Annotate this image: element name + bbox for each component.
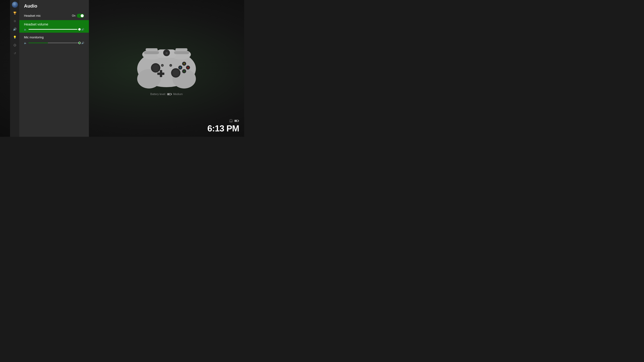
headset-mic-toggle-label: On [72, 14, 76, 17]
mic-monitoring-track[interactable] [28, 42, 80, 43]
controller-image: ⊙ Y X B A ⊟ [135, 41, 198, 90]
headset-status-icon: 🎧 [229, 119, 233, 123]
status-bar: 🎧 6:13 PM [207, 119, 239, 133]
svg-point-11 [172, 69, 179, 76]
battery-fill [168, 94, 170, 95]
svg-rect-26 [144, 51, 159, 54]
svg-text:⊙: ⊙ [166, 52, 168, 54]
svg-text:A: A [184, 70, 185, 72]
headset-volume-fill [28, 29, 77, 30]
headset-volume-slider-container: 🔈 🔊 [24, 28, 84, 31]
mic-monitoring-row[interactable]: Mic monitoring 🔈 🔊 [19, 33, 89, 46]
clock-display: 6:13 PM [207, 123, 239, 133]
headset-mic-label: Headset mic [24, 14, 41, 17]
battery-status: Medium [173, 93, 183, 96]
panel-title: Audio [19, 0, 89, 11]
volume-min-icon: 🔈 [24, 28, 27, 31]
sidebar-icon-audio[interactable]: 🔊 [12, 26, 18, 32]
svg-rect-29 [176, 48, 188, 51]
headset-mic-toggle[interactable]: On [72, 14, 84, 18]
sidebar-icon-restart[interactable]: ↺ [12, 51, 18, 56]
audio-panel: Audio Headset mic On Headset volume 🔈 🔊 … [19, 0, 89, 137]
headset-mic-switch[interactable] [77, 14, 84, 18]
controller-area: ⊙ Y X B A ⊟ [89, 0, 244, 137]
mic-monitoring-thumb[interactable] [78, 42, 81, 44]
headset-volume-row[interactable]: Headset volume 🔈 🔊 [19, 20, 89, 33]
battery-label: Battery level: [150, 93, 166, 96]
headset-volume-label: Headset volume [24, 22, 84, 26]
svg-text:X: X [180, 66, 181, 69]
svg-text:≡: ≡ [170, 65, 171, 66]
sidebar-icon-power[interactable]: ⏻ [12, 42, 18, 48]
svg-text:⊟: ⊟ [162, 65, 163, 66]
svg-point-9 [152, 64, 159, 71]
svg-rect-28 [146, 48, 158, 51]
volume-max-icon: 🔊 [81, 28, 84, 31]
sidebar-icon-trophy[interactable]: 🏆 [12, 10, 18, 16]
mic-vol-min-icon: 🔈 [24, 41, 27, 44]
headset-volume-track[interactable] [28, 29, 80, 30]
sidebar-partial: 🏆 ⚙ 🔊 💡 ⏻ ↺ [10, 0, 20, 137]
svg-rect-27 [174, 51, 189, 54]
battery-icon-bar [167, 93, 171, 95]
battery-status-fill [235, 120, 237, 121]
mic-monitoring-slider-container: 🔈 🔊 [24, 41, 84, 44]
mic-monitoring-fill [28, 42, 48, 43]
controller-svg: ⊙ Y X B A ⊟ [135, 41, 198, 90]
svg-text:B: B [187, 66, 189, 69]
mic-monitoring-label: Mic monitoring [24, 36, 84, 39]
svg-rect-13 [157, 72, 164, 75]
battery-info: Battery level: Medium [150, 93, 183, 96]
avatar[interactable] [12, 2, 18, 8]
svg-text:Y: Y [184, 63, 185, 65]
headset-volume-thumb[interactable] [78, 28, 81, 30]
battery-status-icon [234, 120, 238, 122]
mic-vol-max-icon: 🔊 [81, 41, 84, 44]
status-icons: 🎧 [229, 119, 239, 123]
headset-mic-row[interactable]: Headset mic On [19, 11, 89, 20]
sidebar-icon-settings[interactable]: ⚙ [12, 18, 18, 24]
sidebar-icon-help[interactable]: 💡 [12, 34, 18, 40]
